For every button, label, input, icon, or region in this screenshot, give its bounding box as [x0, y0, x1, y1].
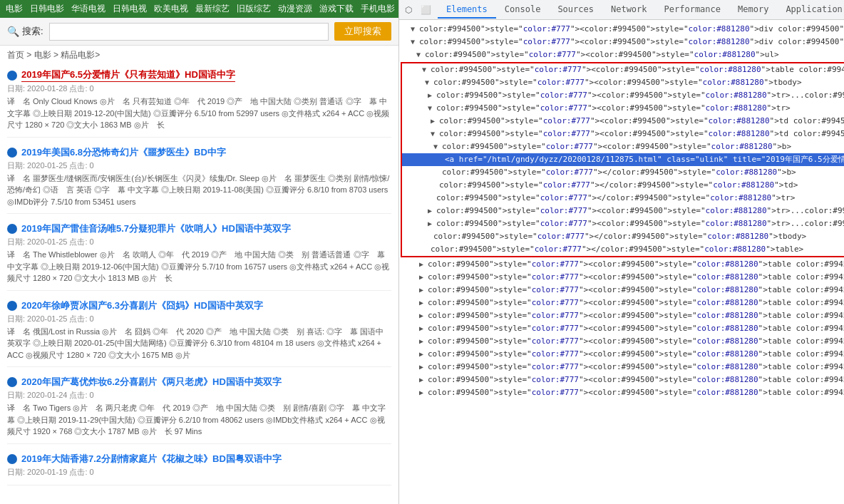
- dom-content: color:#994500">style="color:#777"></colo…: [442, 168, 796, 177]
- dom-line[interactable]: color:#994500">style="color:#777"></colo…: [402, 243, 844, 256]
- devtools-tab[interactable]: Network: [602, 1, 656, 19]
- dom-line[interactable]: color:#994500">style="color:#777"><color…: [399, 322, 844, 335]
- movie-link[interactable]: 2019年美国6.8分恐怖奇幻片《噩梦医生》BD中字: [21, 146, 226, 159]
- dom-triangle[interactable]: [419, 387, 428, 398]
- dom-triangle[interactable]: [419, 336, 428, 347]
- dom-triangle[interactable]: [428, 218, 436, 230]
- left-panel: 电影日韩电影华语电视日韩电视欧美电视最新综艺旧版综艺动漫资源游戏下载手机电影加入…: [0, 0, 399, 504]
- dom-line[interactable]: color:#994500">style="color:#777"><color…: [399, 309, 844, 322]
- dom-line[interactable]: color:#994500">style="color:#777"><color…: [399, 386, 844, 399]
- dom-triangle[interactable]: [419, 374, 428, 386]
- nav-item[interactable]: 游戏下载: [319, 4, 354, 14]
- nav-item[interactable]: 日韩电视: [113, 4, 147, 14]
- movie-link[interactable]: 2019年大陆香港7.2分剧情家庭片《花椒之味》BD国粤双语中字: [21, 453, 282, 466]
- nav-bar: 电影日韩电影华语电视日韩电视欧美电视最新综艺旧版综艺动漫资源游戏下载手机电影加入: [0, 0, 398, 18]
- dom-triangle[interactable]: [411, 36, 419, 48]
- dom-line[interactable]: color:#994500">style="color:#777"><color…: [399, 36, 844, 48]
- dom-triangle[interactable]: [419, 284, 428, 296]
- search-button[interactable]: 立即搜索: [334, 22, 391, 41]
- dom-content: color:#994500">style="color:#777"></colo…: [433, 232, 806, 241]
- dom-line[interactable]: color:#994500">style="color:#777"><color…: [402, 76, 844, 89]
- dom-triangle[interactable]: [431, 115, 439, 127]
- search-input[interactable]: [49, 23, 329, 41]
- dom-line[interactable]: color:#994500">style="color:#777"><color…: [402, 128, 844, 140]
- nav-item[interactable]: 日韩电影: [30, 4, 64, 14]
- nav-item[interactable]: 手机电影: [361, 4, 395, 14]
- nav-item[interactable]: 动漫资源: [278, 4, 312, 14]
- search-bar: 🔍 搜索: 立即搜索: [0, 18, 398, 46]
- dom-triangle[interactable]: [416, 49, 425, 61]
- breadcrumb: 首页 > 电影 > 精品电影>: [0, 46, 398, 65]
- movie-description: 译 名 Two Tigers ◎片 名 两只老虎 ◎年 代 2019 ◎产 地 …: [7, 402, 391, 438]
- dom-line[interactable]: <a href="/html/gndy/dyzz/20200128/112875…: [402, 153, 844, 166]
- devtools-tab[interactable]: Sources: [549, 1, 602, 19]
- dom-triangle[interactable]: [411, 24, 419, 35]
- nav-item[interactable]: 华语电视: [71, 4, 106, 14]
- devtools-tab[interactable]: Application: [777, 1, 844, 19]
- dom-triangle[interactable]: [419, 323, 428, 334]
- movie-title-row: 2020年国产葛优炸妆6.2分喜剧片《两只老虎》HD国语中英双字: [7, 376, 391, 389]
- devtools-tab[interactable]: Elements: [438, 1, 496, 19]
- nav-item[interactable]: 最新综艺: [195, 4, 230, 14]
- dom-triangle[interactable]: [431, 128, 439, 140]
- movie-link[interactable]: 2020年国产葛优炸妆6.2分喜剧片《两只老虎》HD国语中英双字: [21, 376, 282, 389]
- dom-triangle[interactable]: [422, 64, 431, 76]
- movie-icon: [7, 224, 17, 234]
- dom-line[interactable]: color:#994500">style="color:#777"><color…: [402, 102, 844, 115]
- movie-link[interactable]: 2020年徐峥贾冰国产6.3分喜剧片《囧妈》HD国语中英双字: [21, 299, 263, 312]
- dom-triangle[interactable]: [428, 90, 436, 101]
- dom-line[interactable]: color:#994500">style="color:#777"><color…: [399, 48, 844, 61]
- dom-line[interactable]: color:#994500">style="color:#777"></colo…: [402, 166, 844, 179]
- movie-link[interactable]: 2019年国产雷佳音汤唯5.7分疑犯罪片《吹哨人》HD国语中英双字: [21, 222, 291, 235]
- dom-content: color:#994500">style="color:#777"><color…: [428, 324, 844, 333]
- dom-content: color:#994500">style="color:#777"><color…: [428, 362, 844, 371]
- devtools-tab[interactable]: Memory: [729, 1, 777, 19]
- nav-item[interactable]: 欧美电视: [154, 4, 188, 14]
- dom-content: color:#994500">style="color:#777"><color…: [428, 336, 844, 346]
- dom-line[interactable]: color:#994500">style="color:#777"><color…: [399, 335, 844, 348]
- dom-line[interactable]: color:#994500">style="color:#777"><color…: [399, 297, 844, 309]
- dom-triangle[interactable]: [433, 141, 442, 153]
- dom-line[interactable]: color:#994500">style="color:#777"></colo…: [402, 179, 844, 192]
- dom-triangle[interactable]: [428, 103, 436, 114]
- dom-triangle[interactable]: [419, 259, 428, 270]
- inspect-icon[interactable]: ⬜: [419, 4, 432, 16]
- movie-date: 日期: 2020-01-19 点击: 0: [7, 467, 391, 478]
- dom-triangle[interactable]: [419, 310, 428, 322]
- dom-line[interactable]: color:#994500">style="color:#777"><color…: [402, 217, 844, 230]
- dom-line[interactable]: color:#994500">style="color:#777"><color…: [399, 284, 844, 297]
- dom-triangle[interactable]: [419, 272, 428, 283]
- devtools-tab[interactable]: Performance: [656, 1, 729, 19]
- movie-title-row: 2019年美国6.8分恐怖奇幻片《噩梦医生》BD中字: [7, 146, 391, 159]
- dom-content: color:#994500">style="color:#777"><color…: [436, 103, 791, 113]
- cursor-icon[interactable]: ⬡: [402, 4, 415, 16]
- dom-line[interactable]: color:#994500">style="color:#777"><color…: [399, 271, 844, 284]
- dom-line[interactable]: color:#994500">style="color:#777"><color…: [402, 63, 844, 76]
- dom-content: color:#994500">style="color:#777"><color…: [436, 91, 844, 100]
- movie-link[interactable]: 2019年国产6.5分爱情片《只有芸知道》HD国语中字: [21, 68, 235, 82]
- dom-content: color:#994500">style="color:#777"><color…: [439, 129, 844, 138]
- dom-line[interactable]: color:#994500">style="color:#777"><color…: [402, 115, 844, 128]
- dom-line[interactable]: color:#994500">style="color:#777"><color…: [399, 258, 844, 271]
- dom-triangle[interactable]: [419, 349, 428, 360]
- dom-line[interactable]: color:#994500">style="color:#777"><color…: [399, 361, 844, 374]
- devtools-tab[interactable]: Console: [496, 1, 550, 19]
- dom-line[interactable]: color:#994500">style="color:#777"><color…: [399, 23, 844, 36]
- dom-content: color:#994500">style="color:#777"><color…: [425, 50, 779, 59]
- dom-line[interactable]: color:#994500">style="color:#777"><color…: [399, 348, 844, 361]
- movie-icon: [7, 377, 17, 387]
- dom-triangle[interactable]: [419, 361, 428, 373]
- dom-line[interactable]: color:#994500">style="color:#777"><color…: [399, 374, 844, 386]
- dom-content: color:#994500">style="color:#777"><color…: [428, 298, 844, 307]
- dom-triangle[interactable]: [425, 77, 433, 88]
- dom-triangle[interactable]: [419, 297, 428, 309]
- dom-line[interactable]: color:#994500">style="color:#777"><color…: [402, 140, 844, 153]
- dom-line[interactable]: color:#994500">style="color:#777"><color…: [402, 89, 844, 102]
- nav-item[interactable]: 电影: [6, 4, 23, 14]
- dom-triangle[interactable]: [428, 205, 436, 217]
- dom-line[interactable]: color:#994500">style="color:#777"></colo…: [402, 192, 844, 205]
- movie-item: 2019年美国6.8分恐怖奇幻片《噩梦医生》BD中字日期: 2020-01-25…: [7, 146, 391, 215]
- dom-line[interactable]: color:#994500">style="color:#777"></colo…: [402, 230, 844, 243]
- nav-item[interactable]: 旧版综艺: [237, 4, 271, 14]
- dom-line[interactable]: color:#994500">style="color:#777"><color…: [402, 205, 844, 217]
